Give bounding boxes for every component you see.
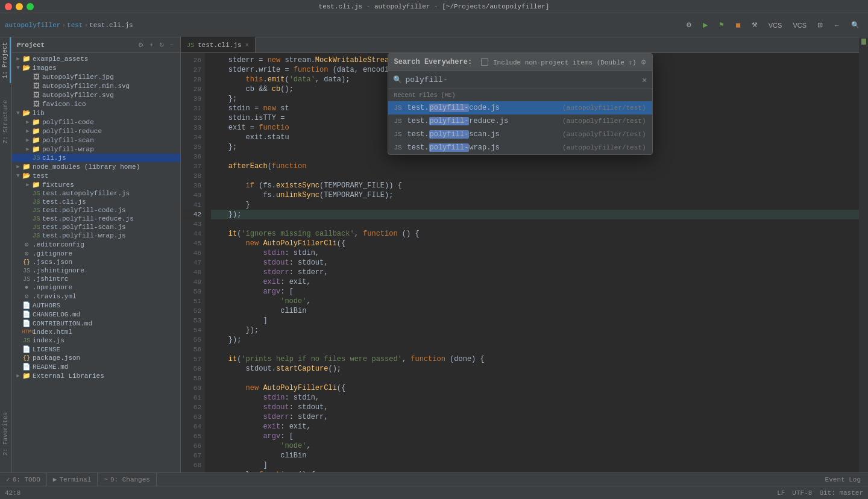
toolbar-debug-btn[interactable]: ⚑ [715, 20, 728, 30]
search-result-item[interactable]: JS test.polyfill-code.js (autopolyfiller… [388, 101, 652, 115]
status-bar: 42:8 LF UTF-8 Git: master [0, 486, 868, 499]
tree-item-cli-js[interactable]: JS cli.js [12, 154, 180, 162]
tree-item-svg[interactable]: 🖼 autopolyfiller.svg [12, 90, 180, 99]
search-result-item[interactable]: JS test.polyfill-reduce.js (autopolyfill… [388, 115, 652, 128]
tree-item-changelog[interactable]: 📄 CHANGELOG.md [12, 310, 180, 319]
tree-item-npmignore[interactable]: ● .npmignore [12, 283, 180, 292]
tree-item-polyfill-wrap[interactable]: ▶ 📁 polyfill-wrap [12, 145, 180, 154]
tree-item-readme[interactable]: 📄 README.md [12, 362, 180, 371]
sidebar-collapse-btn[interactable]: − [168, 41, 175, 49]
sidebar-sync-btn[interactable]: ↻ [157, 41, 166, 49]
tree-item-editorconfig[interactable]: ⚙ .editorconfig [12, 240, 180, 249]
sidebar-title: Project [17, 42, 45, 49]
tree-item-authors[interactable]: 📄 AUTHORS [12, 301, 180, 310]
search-result-item[interactable]: JS test.polyfill-scan.js (autopolyfiller… [388, 128, 652, 141]
code-line: stdout: stdout, [211, 258, 859, 268]
bottom-tab-changes[interactable]: ~ 9: Changes [98, 473, 157, 486]
tree-item-test-polyfill-scan[interactable]: JS test.polyfill-scan.js [12, 223, 180, 231]
breadcrumb-root[interactable]: autopolyfiller [5, 22, 60, 29]
folder-icon: 📂 [22, 172, 31, 180]
search-settings-icon[interactable]: ⚙ [641, 57, 646, 67]
breadcrumb-test[interactable]: test [67, 22, 83, 29]
tree-label: test.autopolyfiller.js [42, 190, 130, 197]
tree-item-contribution[interactable]: 📄 CONTRIBUTION.md [12, 319, 180, 328]
side-label-structure[interactable]: Z: Structure [1, 95, 10, 148]
toolbar-settings-btn[interactable]: ⚙ [682, 20, 696, 30]
side-label-favorites[interactable]: 2: Favorites [1, 407, 10, 460]
sidebar-add-btn[interactable]: + [148, 41, 155, 49]
git-label[interactable]: Git: master [819, 489, 863, 497]
toolbar-vcs2-btn[interactable]: VCS [789, 20, 810, 30]
tree-item-license[interactable]: 📄 LICENSE [12, 345, 180, 354]
status-position[interactable]: 42:8 [5, 489, 20, 497]
code-line: new AutoPolyFillerCli({ [211, 239, 859, 248]
result-path: (autopolyfiller/test) [562, 118, 646, 125]
toolbar-back-btn[interactable]: ← [830, 20, 844, 30]
tree-item-test-polyfill-reduce[interactable]: JS test.polyfill-reduce.js [12, 215, 180, 223]
tree-item-test[interactable]: ▼ 📂 test [12, 171, 180, 180]
maximize-button[interactable] [27, 3, 34, 10]
breadcrumb-file[interactable]: test.cli.js [89, 22, 133, 29]
toolbar-build-btn[interactable]: ⚒ [748, 20, 761, 30]
search-clear-icon[interactable]: ✕ [642, 75, 647, 85]
bottom-tab-todo[interactable]: ✓ 6: TODO [0, 473, 47, 486]
main-area: 1: Project Z: Structure 2: Favorites Pro… [0, 37, 868, 472]
sidebar-settings-btn[interactable]: ⚙ [136, 41, 145, 49]
tree-arrow: ▼ [14, 110, 22, 116]
bottom-tab-terminal[interactable]: ▶ Terminal [47, 473, 98, 486]
code-editor[interactable]: 26 27 28 29 30 31 32 33 34 35 36 37 38 3… [181, 53, 859, 472]
encoding-label[interactable]: UTF-8 [792, 489, 812, 497]
todo-icon: ✓ [6, 475, 10, 483]
tree-item-node-modules[interactable]: ▶ 📁 node_modules (library home) [12, 162, 180, 171]
close-button[interactable] [5, 3, 12, 10]
tree-label: autopolyfiller.jpg [42, 74, 114, 81]
toolbar-stop-btn[interactable]: ◼ [732, 20, 744, 30]
editor-area: JS test.cli.js × 26 27 28 29 30 31 32 33… [181, 37, 859, 472]
search-include-checkbox[interactable]: Include non-project items (Double ⇧) [481, 58, 637, 66]
breadcrumb-sep-1: › [61, 22, 66, 29]
tab-test-cli[interactable]: JS test.cli.js × [181, 37, 256, 52]
traffic-lights[interactable] [5, 3, 34, 10]
md-file-icon: 📄 [22, 363, 31, 371]
tree-item-ext-libs[interactable]: ▶ 📁 External Libraries [12, 371, 180, 380]
tree-item-test-polyfill-code[interactable]: JS test.polyfill-code.js [12, 206, 180, 215]
tree-item-favicon[interactable]: 🖼 favicon.ico [12, 99, 180, 108]
result-path: (autopolyfiller/test) [562, 131, 646, 138]
tree-item-lib[interactable]: ▼ 📂 lib [12, 108, 180, 118]
tree-item-jshintignore[interactable]: JS .jshintignore [12, 266, 180, 275]
tab-close-btn[interactable]: × [245, 42, 249, 49]
tree-item-min-svg[interactable]: 🖼 autopolyfiller.min.svg [12, 81, 180, 90]
tree-item-test-polyfill-wrap[interactable]: JS test.polyfill-wrap.js [12, 231, 180, 240]
tree-item-package-json[interactable]: {} package.json [12, 354, 180, 362]
toolbar-run-btn[interactable]: ▶ [699, 20, 711, 30]
search-input[interactable] [406, 75, 639, 84]
tree-item-index-js[interactable]: JS index.js [12, 336, 180, 345]
tree-item-polyfill-scan[interactable]: ▶ 📁 polyfill-scan [12, 136, 180, 145]
tree-item-jshintrc[interactable]: JS .jshintrc [12, 275, 180, 283]
tree-item-polyfill-code[interactable]: ▶ 📁 polyfill-code [12, 118, 180, 127]
tree-item-example-assets[interactable]: ▶ 📁 example_assets [12, 54, 180, 63]
toolbar-search-btn[interactable]: 🔍 [848, 20, 863, 30]
tree-item-test-cli[interactable]: JS test.cli.js [12, 198, 180, 206]
search-result-item[interactable]: JS test.polyfill-wrap.js (autopolyfiller… [388, 141, 652, 154]
tree-item-gitignore[interactable]: ⚙ .gitignore [12, 249, 180, 258]
tree-label: package.json [33, 354, 80, 362]
search-everywhere-dialog[interactable]: Search Everywhere: Include non-project i… [388, 53, 653, 155]
toolbar-layout-btn[interactable]: ⊞ [814, 20, 826, 30]
line-ending-label[interactable]: LF [777, 489, 785, 497]
checkbox-icon[interactable] [481, 58, 488, 66]
tree-item-images[interactable]: ▼ 📂 images [12, 63, 180, 72]
event-log-label[interactable]: Event Log [825, 476, 861, 483]
tree-item-travis[interactable]: ⚙ .travis.yml [12, 292, 180, 301]
tree-item-jpg[interactable]: 🖼 autopolyfiller.jpg [12, 72, 180, 81]
minimize-button[interactable] [16, 3, 23, 10]
tree-item-test-autopolyfiller[interactable]: JS test.autopolyfiller.js [12, 189, 180, 198]
tree-item-fixtures[interactable]: ▶ 📁 fixtures [12, 180, 180, 189]
tree-item-jscs[interactable]: {} .jscs.json [12, 258, 180, 266]
side-label-project[interactable]: 1: Project [1, 37, 11, 83]
tree-item-index-html[interactable]: HTML index.html [12, 328, 180, 336]
code-line: 'node', [211, 297, 859, 306]
result-file-icon: JS [394, 104, 404, 111]
toolbar-vcs1-btn[interactable]: VCS [765, 20, 786, 30]
tree-item-polyfill-reduce[interactable]: ▶ 📁 polyfill-reduce [12, 127, 180, 136]
